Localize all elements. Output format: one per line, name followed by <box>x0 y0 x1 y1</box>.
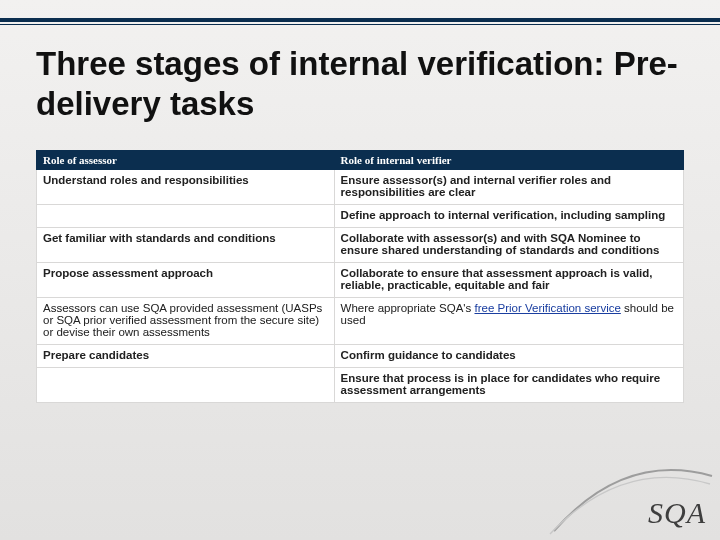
cell-verifier: Ensure assessor(s) and internal verifier… <box>334 170 683 205</box>
table-header-row: Role of assessor Role of internal verifi… <box>37 151 684 170</box>
table-row: Understand roles and responsibilities En… <box>37 170 684 205</box>
header-assessor: Role of assessor <box>37 151 335 170</box>
cell-verifier: Confirm guidance to candidates <box>334 345 683 368</box>
table-row: Get familiar with standards and conditio… <box>37 228 684 263</box>
cell-verifier: Collaborate to ensure that assessment ap… <box>334 263 683 298</box>
rule-bands <box>0 18 720 25</box>
swoosh-icon <box>544 446 714 536</box>
table-row: Define approach to internal verification… <box>37 205 684 228</box>
cell-verifier: Collaborate with assessor(s) and with SQ… <box>334 228 683 263</box>
cell-assessor <box>37 205 335 228</box>
rule-thin <box>0 24 720 25</box>
table-row: Assessors can use SQA provided assessmen… <box>37 298 684 345</box>
cell-assessor: Understand roles and responsibilities <box>37 170 335 205</box>
table-row: Prepare candidates Confirm guidance to c… <box>37 345 684 368</box>
sqa-logo: SQA <box>544 446 714 536</box>
table-row: Ensure that process is in place for cand… <box>37 368 684 403</box>
slide: Three stages of internal verification: P… <box>0 0 720 540</box>
cell-assessor: Assessors can use SQA provided assessmen… <box>37 298 335 345</box>
cell-assessor <box>37 368 335 403</box>
page-title: Three stages of internal verification: P… <box>36 44 684 123</box>
roles-table-wrap: Role of assessor Role of internal verifi… <box>36 150 684 403</box>
cell-assessor: Prepare candidates <box>37 345 335 368</box>
cell-verifier: Where appropriate SQA's free Prior Verif… <box>334 298 683 345</box>
header-verifier: Role of internal verifier <box>334 151 683 170</box>
cell-verifier: Define approach to internal verification… <box>334 205 683 228</box>
sqa-logo-text: SQA <box>648 496 706 530</box>
table-row: Propose assessment approach Collaborate … <box>37 263 684 298</box>
cell-assessor: Propose assessment approach <box>37 263 335 298</box>
prior-verification-link[interactable]: free Prior Verification service <box>474 302 620 314</box>
cell-verifier: Ensure that process is in place for cand… <box>334 368 683 403</box>
roles-table: Role of assessor Role of internal verifi… <box>36 150 684 403</box>
cell-verifier-pre: Where appropriate SQA's <box>341 302 475 314</box>
cell-assessor: Get familiar with standards and conditio… <box>37 228 335 263</box>
rule-thick <box>0 18 720 22</box>
